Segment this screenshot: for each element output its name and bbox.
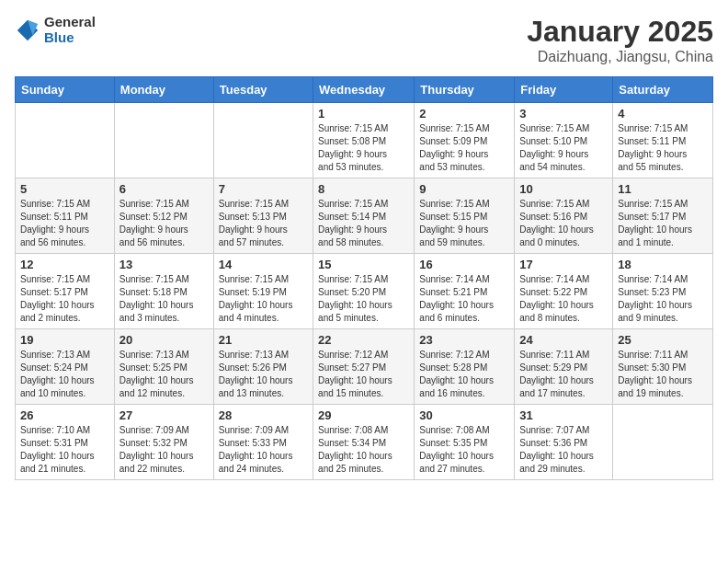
day-cell xyxy=(213,103,313,178)
day-number: 26 xyxy=(20,408,109,422)
day-info: Sunrise: 7:13 AM Sunset: 5:25 PM Dayligh… xyxy=(119,349,209,400)
day-info: Sunrise: 7:15 AM Sunset: 5:18 PM Dayligh… xyxy=(119,273,209,325)
day-number: 28 xyxy=(219,408,308,422)
day-number: 11 xyxy=(618,182,708,196)
day-info: Sunrise: 7:15 AM Sunset: 5:17 PM Dayligh… xyxy=(618,198,708,249)
day-info: Sunrise: 7:14 AM Sunset: 5:23 PM Dayligh… xyxy=(618,273,708,325)
day-info: Sunrise: 7:15 AM Sunset: 5:13 PM Dayligh… xyxy=(219,198,308,249)
day-info: Sunrise: 7:10 AM Sunset: 5:31 PM Dayligh… xyxy=(20,424,109,476)
day-cell: 9Sunrise: 7:15 AM Sunset: 5:15 PM Daylig… xyxy=(415,178,515,254)
logo: General Blue xyxy=(15,15,96,45)
day-info: Sunrise: 7:15 AM Sunset: 5:15 PM Dayligh… xyxy=(419,198,509,249)
day-number: 13 xyxy=(119,258,209,271)
day-cell: 8Sunrise: 7:15 AM Sunset: 5:14 PM Daylig… xyxy=(313,178,415,254)
day-number: 12 xyxy=(20,258,109,271)
day-cell: 27Sunrise: 7:09 AM Sunset: 5:32 PM Dayli… xyxy=(114,405,213,480)
day-cell: 26Sunrise: 7:10 AM Sunset: 5:31 PM Dayli… xyxy=(16,405,115,480)
day-cell: 16Sunrise: 7:14 AM Sunset: 5:21 PM Dayli… xyxy=(415,254,515,329)
day-number: 15 xyxy=(318,258,409,271)
day-number: 21 xyxy=(219,333,308,347)
day-number: 9 xyxy=(419,182,509,196)
day-cell: 5Sunrise: 7:15 AM Sunset: 5:11 PM Daylig… xyxy=(16,178,115,254)
weekday-header-monday: Monday xyxy=(114,77,213,103)
day-cell: 4Sunrise: 7:15 AM Sunset: 5:11 PM Daylig… xyxy=(613,103,713,178)
day-number: 7 xyxy=(219,182,308,196)
day-cell: 10Sunrise: 7:15 AM Sunset: 5:16 PM Dayli… xyxy=(515,178,613,254)
day-cell: 2Sunrise: 7:15 AM Sunset: 5:09 PM Daylig… xyxy=(415,103,515,178)
day-cell: 15Sunrise: 7:15 AM Sunset: 5:20 PM Dayli… xyxy=(313,254,415,329)
day-info: Sunrise: 7:15 AM Sunset: 5:10 PM Dayligh… xyxy=(519,122,608,174)
day-cell: 30Sunrise: 7:08 AM Sunset: 5:35 PM Dayli… xyxy=(415,405,515,480)
day-info: Sunrise: 7:13 AM Sunset: 5:26 PM Dayligh… xyxy=(219,349,308,400)
day-number: 8 xyxy=(318,182,409,196)
week-row-1: 1Sunrise: 7:15 AM Sunset: 5:08 PM Daylig… xyxy=(16,103,713,178)
week-row-4: 19Sunrise: 7:13 AM Sunset: 5:24 PM Dayli… xyxy=(16,329,713,405)
day-info: Sunrise: 7:15 AM Sunset: 5:12 PM Dayligh… xyxy=(119,198,209,249)
day-info: Sunrise: 7:12 AM Sunset: 5:27 PM Dayligh… xyxy=(318,349,409,400)
day-cell: 24Sunrise: 7:11 AM Sunset: 5:29 PM Dayli… xyxy=(515,329,613,405)
day-cell: 25Sunrise: 7:11 AM Sunset: 5:30 PM Dayli… xyxy=(613,329,713,405)
weekday-header-sunday: Sunday xyxy=(16,77,115,103)
day-info: Sunrise: 7:11 AM Sunset: 5:29 PM Dayligh… xyxy=(519,349,608,400)
day-info: Sunrise: 7:15 AM Sunset: 5:11 PM Dayligh… xyxy=(618,122,708,174)
day-number: 30 xyxy=(419,408,509,422)
weekday-header-tuesday: Tuesday xyxy=(213,77,313,103)
day-cell: 13Sunrise: 7:15 AM Sunset: 5:18 PM Dayli… xyxy=(114,254,213,329)
day-cell: 29Sunrise: 7:08 AM Sunset: 5:34 PM Dayli… xyxy=(313,405,415,480)
weekday-header-wednesday: Wednesday xyxy=(313,77,415,103)
week-row-2: 5Sunrise: 7:15 AM Sunset: 5:11 PM Daylig… xyxy=(16,178,713,254)
week-row-5: 26Sunrise: 7:10 AM Sunset: 5:31 PM Dayli… xyxy=(16,405,713,480)
day-number: 22 xyxy=(318,333,409,347)
day-info: Sunrise: 7:12 AM Sunset: 5:28 PM Dayligh… xyxy=(419,349,509,400)
weekday-header-row: SundayMondayTuesdayWednesdayThursdayFrid… xyxy=(16,77,713,103)
day-number: 16 xyxy=(419,258,509,271)
title-section: January 2025 Daizhuang, Jiangsu, China xyxy=(527,15,713,65)
day-number: 24 xyxy=(519,333,608,347)
day-number: 17 xyxy=(519,258,608,271)
day-number: 10 xyxy=(519,182,608,196)
day-info: Sunrise: 7:11 AM Sunset: 5:30 PM Dayligh… xyxy=(618,349,708,400)
logo-general-text: General xyxy=(44,15,96,30)
day-number: 3 xyxy=(519,107,608,121)
logo-blue-text: Blue xyxy=(44,30,96,46)
page-header: General Blue January 2025 Daizhuang, Jia… xyxy=(15,15,713,65)
day-number: 31 xyxy=(519,408,608,422)
day-info: Sunrise: 7:13 AM Sunset: 5:24 PM Dayligh… xyxy=(20,349,109,400)
day-cell: 18Sunrise: 7:14 AM Sunset: 5:23 PM Dayli… xyxy=(613,254,713,329)
day-cell: 12Sunrise: 7:15 AM Sunset: 5:17 PM Dayli… xyxy=(16,254,115,329)
weekday-header-thursday: Thursday xyxy=(415,77,515,103)
day-info: Sunrise: 7:15 AM Sunset: 5:14 PM Dayligh… xyxy=(318,198,409,249)
day-number: 6 xyxy=(119,182,209,196)
day-cell xyxy=(114,103,213,178)
day-cell: 6Sunrise: 7:15 AM Sunset: 5:12 PM Daylig… xyxy=(114,178,213,254)
day-info: Sunrise: 7:09 AM Sunset: 5:33 PM Dayligh… xyxy=(219,424,308,476)
calendar-title: January 2025 xyxy=(527,15,713,49)
day-number: 25 xyxy=(618,333,708,347)
day-cell: 3Sunrise: 7:15 AM Sunset: 5:10 PM Daylig… xyxy=(515,103,613,178)
day-number: 1 xyxy=(318,107,409,121)
day-info: Sunrise: 7:09 AM Sunset: 5:32 PM Dayligh… xyxy=(119,424,209,476)
day-info: Sunrise: 7:14 AM Sunset: 5:22 PM Dayligh… xyxy=(519,273,608,325)
day-info: Sunrise: 7:15 AM Sunset: 5:09 PM Dayligh… xyxy=(419,122,509,174)
logo-text: General Blue xyxy=(44,15,96,45)
day-info: Sunrise: 7:08 AM Sunset: 5:35 PM Dayligh… xyxy=(419,424,509,476)
day-number: 20 xyxy=(119,333,209,347)
day-info: Sunrise: 7:08 AM Sunset: 5:34 PM Dayligh… xyxy=(318,424,409,476)
day-cell: 21Sunrise: 7:13 AM Sunset: 5:26 PM Dayli… xyxy=(213,329,313,405)
day-info: Sunrise: 7:14 AM Sunset: 5:21 PM Dayligh… xyxy=(419,273,509,325)
day-cell: 22Sunrise: 7:12 AM Sunset: 5:27 PM Dayli… xyxy=(313,329,415,405)
day-cell: 14Sunrise: 7:15 AM Sunset: 5:19 PM Dayli… xyxy=(213,254,313,329)
day-number: 5 xyxy=(20,182,109,196)
day-number: 19 xyxy=(20,333,109,347)
day-cell: 1Sunrise: 7:15 AM Sunset: 5:08 PM Daylig… xyxy=(313,103,415,178)
day-number: 2 xyxy=(419,107,509,121)
day-cell: 31Sunrise: 7:07 AM Sunset: 5:36 PM Dayli… xyxy=(515,405,613,480)
day-number: 14 xyxy=(219,258,308,271)
day-cell: 19Sunrise: 7:13 AM Sunset: 5:24 PM Dayli… xyxy=(16,329,115,405)
day-info: Sunrise: 7:15 AM Sunset: 5:16 PM Dayligh… xyxy=(519,198,608,249)
day-number: 23 xyxy=(419,333,509,347)
day-info: Sunrise: 7:15 AM Sunset: 5:17 PM Dayligh… xyxy=(20,273,109,325)
calendar-subtitle: Daizhuang, Jiangsu, China xyxy=(527,49,713,65)
day-cell: 20Sunrise: 7:13 AM Sunset: 5:25 PM Dayli… xyxy=(114,329,213,405)
day-cell: 11Sunrise: 7:15 AM Sunset: 5:17 PM Dayli… xyxy=(613,178,713,254)
